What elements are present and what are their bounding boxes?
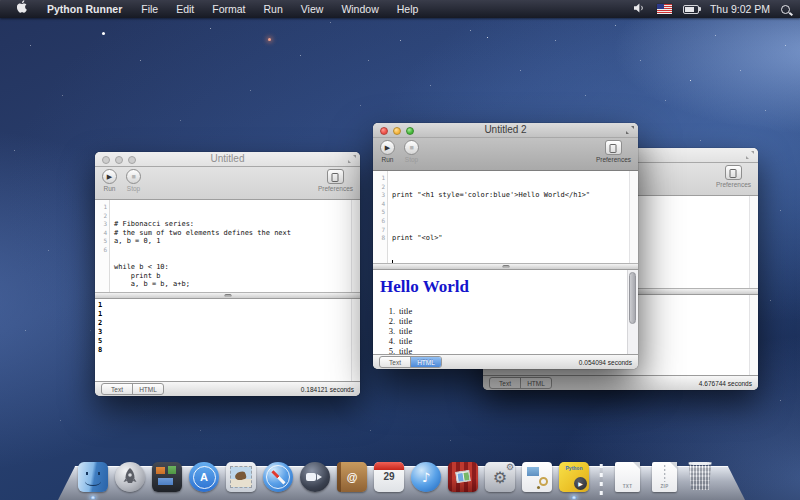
stop-label: Stop — [405, 156, 418, 163]
zoom-button[interactable] — [406, 127, 414, 135]
window2-titlebar[interactable]: Untitled 2 — [373, 123, 638, 138]
run-duration: 0.184121 seconds — [301, 386, 354, 393]
scrollbar-track[interactable] — [351, 299, 360, 381]
window1-output-pane: 112 358 — [95, 299, 360, 381]
preferences-button[interactable]: Preferences — [318, 169, 353, 192]
preferences-label: Preferences — [318, 185, 353, 192]
scrollbar-track[interactable] — [351, 200, 360, 292]
stop-icon: ■ — [404, 140, 419, 155]
stop-button[interactable]: ■ Stop — [404, 140, 419, 163]
run-label: Run — [104, 185, 116, 192]
run-button[interactable]: ▶ Run — [380, 140, 395, 163]
dock-icon-safari[interactable] — [263, 462, 293, 492]
stop-icon: ■ — [126, 169, 141, 184]
itunes-note-icon: ♪ — [411, 462, 441, 492]
html-output-heading: Hello World — [380, 277, 638, 297]
play-badge-icon: ▶ — [574, 477, 587, 490]
window2-traffic-lights — [380, 127, 414, 135]
preferences-button[interactable]: Preferences — [596, 140, 631, 163]
app-menu-title[interactable]: Python Runner — [37, 3, 132, 15]
window-untitled: Untitled ▶ Run ■ Stop Preferences 123 45… — [95, 152, 360, 396]
apple-menu-icon[interactable] — [8, 0, 37, 18]
minimize-button[interactable] — [115, 156, 123, 164]
run-label: Run — [382, 156, 394, 163]
text-mode-button[interactable]: Text — [102, 384, 132, 394]
scrollbar-track[interactable] — [749, 295, 758, 375]
battery-icon[interactable] — [683, 5, 699, 14]
preferences-label: Preferences — [596, 156, 631, 163]
play-icon: ▶ — [102, 169, 117, 184]
spotlight-icon[interactable] — [781, 5, 790, 14]
pane-splitter[interactable] — [95, 292, 360, 299]
menu-view[interactable]: View — [292, 0, 333, 18]
window2-code-editor[interactable]: 123 456 78 print "<h1 style='color:blue'… — [373, 171, 638, 263]
dock-icon-mission-control[interactable] — [152, 462, 182, 492]
dock-icon-app-store[interactable]: A — [189, 462, 219, 492]
line-number-gutter: 123 456 78 — [373, 171, 388, 263]
scrollbar-track[interactable] — [627, 270, 638, 354]
menu-clock[interactable]: Thu 9:02 PM — [710, 3, 770, 15]
safari-compass-icon — [263, 462, 293, 492]
dock-icon-finder[interactable] — [78, 462, 108, 492]
html-mode-button[interactable]: HTML — [520, 378, 551, 388]
dock-icon-python-runner[interactable]: Python ▶ — [559, 462, 589, 492]
window1-titlebar[interactable]: Untitled — [95, 152, 360, 167]
dock-icon-itunes[interactable]: ♪ — [411, 462, 441, 492]
text-mode-button[interactable]: Text — [490, 378, 520, 388]
run-button[interactable]: ▶ Run — [102, 169, 117, 192]
dock-icon-txt-file[interactable]: TXT — [613, 462, 643, 492]
code-text[interactable]: print "<h1 style='color:blue'>Hello Worl… — [388, 171, 638, 263]
menu-format[interactable]: Format — [203, 0, 254, 18]
menu-file[interactable]: File — [132, 0, 167, 18]
window1-toolbar: ▶ Run ■ Stop Preferences — [95, 167, 360, 200]
trash-basket-icon — [687, 462, 713, 490]
play-icon: ▶ — [380, 140, 395, 155]
window1-code-editor[interactable]: 123 456 # Fibonacci series:# the sum of … — [95, 200, 360, 292]
input-source-flag-icon[interactable] — [657, 4, 672, 14]
window3-status-bar: Text HTML 4.676744 seconds — [483, 375, 758, 390]
desktop: Python Runner File Edit Format Run View … — [0, 0, 800, 500]
fullscreen-icon[interactable] — [626, 126, 634, 134]
close-button[interactable] — [380, 127, 388, 135]
dock-icon-trash[interactable] — [687, 462, 717, 492]
menu-edit[interactable]: Edit — [167, 0, 203, 18]
text-mode-button[interactable]: Text — [380, 357, 410, 367]
html-mode-button[interactable]: HTML — [132, 384, 163, 394]
red-star — [268, 38, 271, 41]
preferences-button[interactable]: Preferences — [716, 165, 751, 188]
dock-icon-photo-booth[interactable] — [448, 462, 478, 492]
menu-window[interactable]: Window — [332, 0, 387, 18]
close-button[interactable] — [102, 156, 110, 164]
txt-document-icon: TXT — [615, 462, 640, 492]
facetime-camera-icon — [300, 462, 330, 492]
menu-bar: Python Runner File Edit Format Run View … — [0, 0, 800, 18]
fullscreen-icon[interactable] — [348, 155, 356, 163]
stop-button[interactable]: ■ Stop — [126, 169, 141, 192]
html-mode-button[interactable]: HTML — [410, 357, 441, 367]
dock-icon-launchpad[interactable] — [115, 462, 145, 492]
preview-magnifier-icon — [522, 462, 552, 492]
html-output-ordered-list: 1.title 2.title 3.title 4.title 5.title … — [373, 306, 638, 354]
scrollbar-track[interactable] — [749, 196, 758, 288]
menu-help[interactable]: Help — [388, 0, 428, 18]
zoom-button[interactable] — [128, 156, 136, 164]
volume-icon[interactable] — [633, 3, 646, 15]
dock-icon-facetime[interactable] — [300, 462, 330, 492]
mission-control-icon — [152, 462, 182, 492]
minimize-button[interactable] — [393, 127, 401, 135]
scrollbar-thumb[interactable] — [629, 272, 636, 324]
code-text[interactable]: # Fibonacci series:# the sum of two elem… — [110, 200, 360, 292]
dock-icon-mail[interactable] — [226, 462, 256, 492]
dock-icon-contacts[interactable]: @ — [337, 462, 367, 492]
photo-booth-icon — [448, 462, 478, 492]
dock-icon-system-preferences[interactable]: ⚙⚙ — [485, 462, 515, 492]
window2-toolbar: ▶ Run ■ Stop Preferences — [373, 138, 638, 171]
scrollbar-track[interactable] — [629, 171, 638, 263]
dock-icon-preview[interactable] — [522, 462, 552, 492]
launchpad-rocket-icon — [115, 462, 145, 492]
dock-icon-calendar[interactable]: 29 — [374, 462, 404, 492]
menu-run[interactable]: Run — [255, 0, 292, 18]
fullscreen-icon[interactable] — [746, 151, 754, 159]
pane-splitter[interactable] — [373, 263, 638, 270]
dock-icon-zip-file[interactable]: ZIP — [650, 462, 680, 492]
